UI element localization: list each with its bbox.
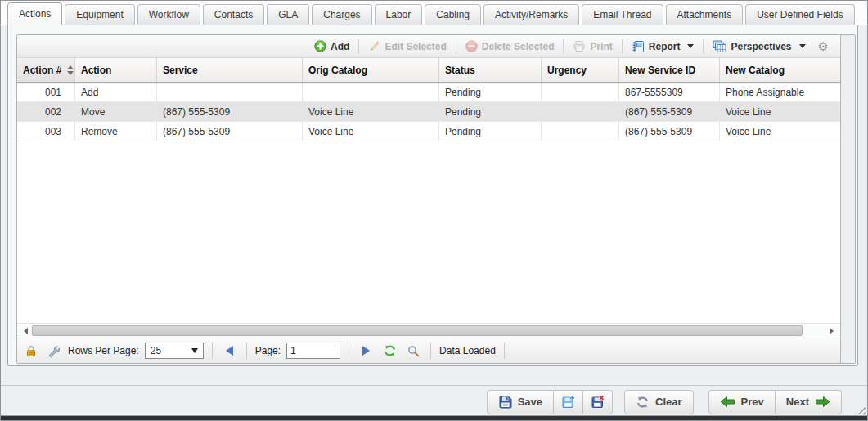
add-button[interactable]: Add (310, 40, 353, 52)
save-button-group: Save (487, 390, 613, 414)
bottom-status-bar (1, 415, 867, 420)
edit-selected-button[interactable]: Edit Selected (364, 40, 450, 52)
next-page-icon[interactable] (362, 346, 370, 356)
delete-selected-button[interactable]: Delete Selected (461, 40, 559, 52)
actions-tab-panel: Add Edit Selected (7, 25, 858, 366)
save-add-button[interactable] (554, 390, 583, 414)
next-button[interactable]: Next (776, 390, 842, 414)
table-cell (157, 83, 303, 101)
printer-icon (573, 40, 586, 52)
column-header-service[interactable]: Service (157, 58, 303, 82)
tab-email-thread[interactable]: Email Thread (582, 4, 663, 25)
clear-button[interactable]: Clear (624, 390, 694, 414)
horizontal-scrollbar[interactable] (17, 323, 840, 338)
column-header-urgency[interactable]: Urgency (542, 58, 619, 82)
column-header-status[interactable]: Status (439, 58, 542, 82)
column-header-new-service-id[interactable]: New Service ID (619, 58, 720, 82)
tab-charges[interactable]: Charges (312, 4, 371, 25)
table-header-row: Action # Action Service Orig Catalog Sta… (17, 58, 840, 83)
column-header-orig-catalog[interactable]: Orig Catalog (303, 58, 439, 82)
table-cell (542, 102, 619, 121)
tab-cabling[interactable]: Cabling (425, 4, 481, 25)
table-cell: 002 (17, 102, 75, 121)
prev-button[interactable]: Prev (708, 390, 776, 414)
status-text: Data Loaded (439, 345, 496, 356)
divider (430, 343, 431, 359)
tab-labor[interactable]: Labor (375, 4, 423, 25)
actions-grid: Add Edit Selected (16, 34, 856, 364)
report-button[interactable]: Report (627, 40, 699, 53)
page-label: Page: (255, 345, 281, 356)
gear-icon[interactable]: ⚙ (813, 40, 834, 52)
grid-toolbar: Add Edit Selected (17, 35, 840, 58)
divider (358, 39, 359, 54)
table-row[interactable]: 001 Add Pending 867-5555309 Phone Assign… (17, 83, 840, 102)
table-cell: 003 (17, 122, 75, 141)
table-cell: Voice Line (720, 102, 840, 121)
clear-icon (636, 396, 650, 409)
tab-equipment[interactable]: Equipment (65, 4, 134, 25)
tab-gla[interactable]: GLA (267, 4, 309, 25)
chevron-down-icon (191, 348, 198, 353)
table-cell: Pending (439, 122, 542, 141)
column-header-action-number[interactable]: Action # (17, 58, 75, 82)
scroll-left-arrow-icon[interactable] (24, 328, 28, 334)
scroll-right-arrow-icon[interactable] (830, 328, 834, 334)
lock-icon[interactable] (23, 345, 39, 357)
tab-attachments[interactable]: Attachments (666, 4, 744, 25)
wrench-icon[interactable] (45, 345, 62, 357)
divider (212, 343, 213, 359)
table-cell: Move (75, 102, 157, 121)
save-button[interactable]: Save (487, 390, 554, 414)
divider (504, 343, 505, 359)
save-remove-button[interactable] (583, 390, 613, 414)
app-window: Actions Equipment Workflow Contacts GLA … (0, 0, 868, 421)
divider (622, 39, 623, 54)
rows-per-page-label: Rows Per Page: (68, 345, 139, 356)
divider (349, 343, 349, 359)
vertical-scrollbar[interactable] (840, 35, 855, 363)
table-row-selected[interactable]: 002 Move (867) 555-5309 Voice Line Pendi… (17, 102, 840, 122)
prev-next-button-group: Prev Next (708, 390, 842, 414)
pager-bar: Rows Per Page: 25 Page: (17, 338, 840, 363)
prev-arrow-icon (720, 396, 735, 408)
save-remove-icon (591, 395, 605, 409)
tab-bar: Actions Equipment Workflow Contacts GLA … (1, 1, 867, 25)
save-icon (498, 395, 512, 409)
column-header-new-catalog[interactable]: New Catalog (720, 58, 840, 82)
perspectives-button[interactable]: Perspectives (708, 40, 809, 53)
previous-page-icon[interactable] (226, 346, 233, 356)
table-body: 001 Add Pending 867-5555309 Phone Assign… (17, 83, 840, 323)
table-cell (542, 83, 619, 101)
table-row[interactable]: 003 Remove (867) 555-5309 Voice Line Pen… (17, 122, 840, 141)
divider (563, 39, 564, 54)
scrollbar-thumb[interactable] (32, 325, 803, 336)
table-cell: Phone Assignable (720, 83, 840, 101)
table-cell: Add (75, 83, 157, 101)
divider (703, 39, 704, 54)
table-cell: Voice Line (303, 102, 439, 121)
divider (456, 39, 456, 54)
pencil-icon (368, 40, 380, 52)
table-cell: 001 (17, 83, 75, 101)
save-add-icon (561, 395, 575, 409)
table-cell: (867) 555-5309 (157, 102, 303, 121)
next-arrow-icon (815, 396, 830, 408)
tab-actions[interactable]: Actions (7, 2, 62, 25)
tab-contacts[interactable]: Contacts (203, 4, 264, 25)
page-input[interactable] (286, 343, 340, 359)
sort-icon (67, 65, 74, 75)
table-cell: Voice Line (303, 122, 439, 141)
print-button[interactable]: Print (569, 40, 616, 52)
table-cell: (867) 555-5309 (157, 122, 303, 141)
tab-user-defined-fields[interactable]: User Defined Fields (745, 4, 854, 25)
footer-toolbar: Save (1, 385, 867, 418)
tab-workflow[interactable]: Workflow (137, 4, 200, 25)
rows-per-page-select[interactable]: 25 (145, 343, 204, 359)
delete-icon (465, 40, 478, 52)
chevron-down-icon (687, 44, 694, 48)
column-header-action[interactable]: Action (75, 58, 157, 82)
refresh-icon[interactable] (380, 344, 399, 357)
search-icon[interactable] (405, 345, 422, 357)
tab-activity-remarks[interactable]: Activity/Remarks (483, 4, 579, 25)
